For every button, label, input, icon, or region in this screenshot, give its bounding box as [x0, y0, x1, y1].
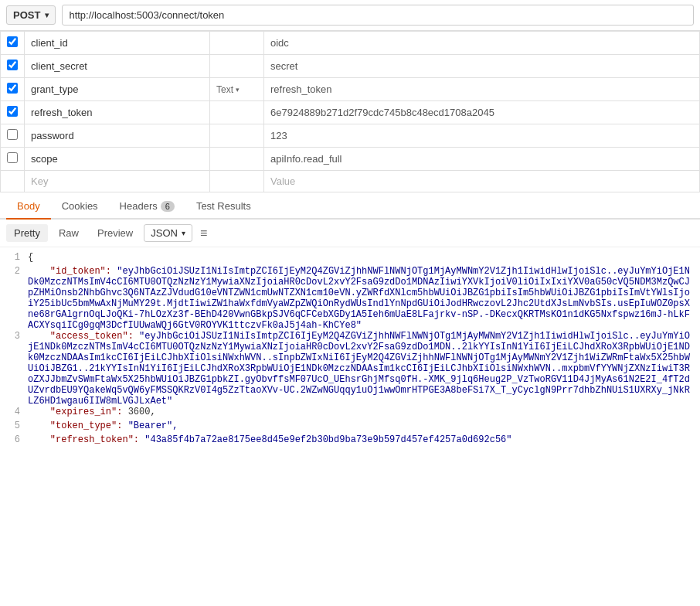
wrap-icon[interactable]: ≡ — [200, 226, 207, 240]
json-key: "access_token": — [28, 331, 134, 342]
param-checkbox-0[interactable] — [7, 36, 18, 47]
response-body: 1{2 "id_token": "eyJhbGciOiJSUzI1NiIsImt… — [0, 247, 700, 453]
line-number: 3 — [0, 331, 28, 407]
json-key: "token_type": — [28, 420, 122, 431]
param-key-3: refresh_token — [25, 101, 210, 124]
tabs-bar: BodyCookiesHeaders6Test Results — [0, 194, 700, 220]
format-raw-button[interactable]: Raw — [51, 224, 87, 242]
param-type-6 — [210, 171, 264, 192]
code-line: 4 "expires_in": 3600, — [0, 407, 700, 420]
tab-cookies[interactable]: Cookies — [51, 194, 109, 220]
param-value-1: secret — [264, 55, 700, 78]
format-label: JSON — [151, 227, 178, 239]
code-line: 3 "access_token": "eyJhbGciOiJSUzI1NiIsI… — [0, 331, 700, 407]
param-type-2[interactable]: Text ▾ — [210, 78, 264, 101]
method-chevron-icon: ▾ — [45, 11, 49, 19]
param-key-6: Key — [25, 171, 210, 192]
json-value: "43a85f4b7a72ae8175ee8d45e9ef2b30bd9ba73… — [139, 434, 511, 445]
param-checkbox-1[interactable] — [7, 60, 18, 70]
line-content: "token_type": "Bearer", — [28, 420, 700, 434]
tab-test-results[interactable]: Test Results — [185, 194, 262, 220]
json-key: "expires_in": — [28, 407, 122, 417]
json-value: "eyJhbGciOiJSUzI1NiIsImtpZCI6IjEyM2Q4ZGV… — [28, 266, 690, 331]
json-key: "id_token": — [28, 266, 111, 277]
top-bar: POST ▾ — [0, 0, 700, 31]
line-content: "expires_in": 3600, — [28, 407, 700, 420]
tab-body[interactable]: Body — [6, 194, 51, 220]
param-value-2: refresh_token — [264, 78, 700, 101]
type-badge[interactable]: Text ▾ — [216, 84, 240, 95]
param-value-5: apiInfo.read_full — [264, 148, 700, 171]
json-key: "refresh_token": — [28, 434, 139, 445]
param-value-0: oidc — [264, 32, 700, 55]
line-content: "access_token": "eyJhbGciOiJSUzI1NiIsImt… — [28, 331, 700, 407]
param-type-1 — [210, 55, 264, 78]
param-key-2: grant_type — [25, 78, 210, 101]
param-checkbox-5[interactable] — [7, 152, 18, 163]
line-content: { — [28, 252, 700, 266]
param-type-3 — [210, 101, 264, 124]
param-key-4: password — [25, 124, 210, 148]
json-value: "eyJhbGciOiJSUzI1NiIsImtpZCI6IjEyM2Q4ZGV… — [28, 331, 690, 407]
param-key-0: client_id — [25, 32, 210, 55]
param-type-5 — [210, 148, 264, 171]
code-line: 2 "id_token": "eyJhbGciOiJSUzI1NiIsImtpZ… — [0, 266, 700, 331]
url-input[interactable] — [62, 5, 694, 26]
method-label: POST — [13, 9, 40, 21]
format-select[interactable]: JSON▾ — [144, 224, 192, 242]
param-key-5: scope — [25, 148, 210, 171]
line-content: "id_token": "eyJhbGciOiJSUzI1NiIsImtpZCI… — [28, 266, 700, 331]
type-chevron-icon: ▾ — [236, 86, 240, 94]
line-number: 5 — [0, 420, 28, 434]
method-dropdown[interactable]: POST ▾ — [6, 5, 56, 25]
line-number: 2 — [0, 266, 28, 331]
param-value-4: 123 — [264, 124, 700, 148]
param-value-6: Value — [264, 171, 700, 192]
param-checkbox-4[interactable] — [7, 129, 18, 140]
format-preview-button[interactable]: Preview — [90, 224, 141, 242]
line-number: 1 — [0, 252, 28, 266]
format-pretty-button[interactable]: Pretty — [6, 224, 48, 242]
param-value-3: 6e7924889b271d2f79cdc745b8c48ecd1708a204… — [264, 101, 700, 124]
code-line: 6 "refresh_token": "43a85f4b7a72ae8175ee… — [0, 434, 700, 448]
param-checkbox-2[interactable] — [7, 83, 18, 94]
line-content: "refresh_token": "43a85f4b7a72ae8175ee8d… — [28, 434, 700, 448]
param-key-1: client_secret — [25, 55, 210, 78]
line-number: 4 — [0, 407, 28, 420]
format-chevron-icon: ▾ — [182, 229, 185, 237]
body-toolbar: PrettyRawPreviewJSON▾≡ — [0, 220, 700, 247]
params-table: client_idoidcclient_secretsecretgrant_ty… — [0, 31, 700, 192]
param-type-4 — [210, 124, 264, 148]
json-value: 3600, — [122, 407, 155, 417]
param-type-0 — [210, 32, 264, 55]
tab-badge-2: 6 — [161, 201, 175, 212]
param-checkbox-3[interactable] — [7, 106, 18, 117]
code-line: 1{ — [0, 252, 700, 266]
json-value: "Bearer", — [122, 420, 178, 431]
code-line: 5 "token_type": "Bearer", — [0, 420, 700, 434]
tab-headers[interactable]: Headers6 — [109, 194, 185, 220]
line-number: 6 — [0, 434, 28, 448]
